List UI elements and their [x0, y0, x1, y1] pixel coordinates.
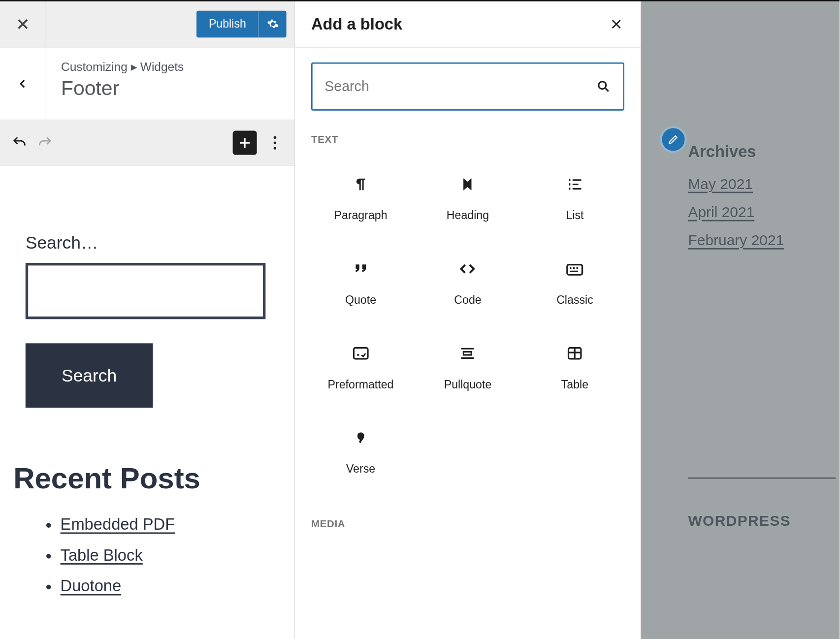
gear-icon	[266, 18, 279, 31]
more-icon	[274, 136, 276, 149]
block-table[interactable]: Table	[521, 327, 628, 404]
block-quote[interactable]: Quote	[307, 243, 414, 319]
search-widget-input[interactable]	[26, 263, 266, 319]
publish-label: Publish	[196, 17, 258, 31]
undo-button[interactable]	[9, 132, 30, 153]
block-verse[interactable]: Verse	[307, 412, 414, 488]
publish-settings-button[interactable]	[258, 11, 286, 37]
close-icon	[15, 17, 30, 32]
search-icon	[596, 79, 611, 94]
block-label: Classic	[556, 294, 593, 307]
preview-dim-overlay	[641, 1, 840, 639]
code-icon	[458, 259, 478, 279]
redo-button	[35, 132, 55, 153]
block-label: Quote	[345, 294, 376, 307]
redo-icon	[37, 134, 53, 151]
block-label: Verse	[346, 463, 375, 476]
add-block-button[interactable]	[233, 130, 257, 155]
recent-post-link[interactable]: Table Block	[61, 546, 143, 564]
block-label: List	[566, 209, 583, 223]
close-customizer-button[interactable]	[0, 1, 46, 47]
svg-rect-2	[354, 348, 368, 359]
breadcrumb-part: Customizing	[61, 61, 128, 74]
block-label: Pullquote	[444, 378, 492, 391]
table-icon	[565, 343, 585, 363]
pencil-icon	[667, 133, 679, 146]
breadcrumb: Customizing ▸ Widgets	[61, 60, 184, 74]
close-icon	[610, 17, 623, 31]
list-icon	[565, 174, 585, 194]
verse-icon	[351, 428, 371, 448]
paragraph-icon	[351, 174, 371, 194]
svg-rect-3	[464, 352, 472, 355]
quote-icon	[351, 259, 371, 279]
block-category-label: MEDIA	[295, 495, 640, 536]
list-item: Duotone	[61, 576, 276, 595]
search-widget-button[interactable]: Search	[26, 343, 153, 408]
block-label: Preformatted	[328, 378, 394, 391]
recent-post-link[interactable]: Embedded PDF	[61, 515, 175, 533]
block-search-input[interactable]	[324, 78, 596, 95]
block-category-label: TEXT	[295, 111, 640, 152]
preformatted-icon	[351, 343, 371, 363]
block-pullquote[interactable]: Pullquote	[414, 327, 521, 404]
svg-rect-1	[567, 265, 582, 275]
inserter-title: Add a block	[311, 15, 402, 33]
block-classic[interactable]: Classic	[521, 243, 628, 319]
more-options-button[interactable]	[265, 130, 285, 155]
block-search-field[interactable]	[311, 63, 624, 111]
edit-widget-shortcut[interactable]	[660, 126, 686, 153]
block-label: Paragraph	[334, 209, 387, 223]
inserter-close-button[interactable]	[608, 16, 624, 32]
recent-post-link[interactable]: Duotone	[61, 576, 122, 595]
block-paragraph[interactable]: Paragraph	[307, 158, 414, 234]
block-preformatted[interactable]: Preformatted	[307, 327, 414, 404]
block-label: Code	[454, 294, 481, 307]
pullquote-icon	[458, 343, 478, 363]
search-widget-label: Search…	[26, 233, 276, 254]
classic-icon	[565, 259, 585, 279]
undo-icon	[11, 134, 28, 151]
block-label: Table	[561, 378, 588, 391]
heading-icon	[458, 174, 478, 194]
list-item: Embedded PDF	[61, 515, 276, 534]
page-title: Footer	[61, 77, 184, 100]
publish-button[interactable]: Publish	[196, 11, 286, 37]
svg-point-0	[599, 82, 606, 89]
breadcrumb-part: Widgets	[140, 61, 184, 74]
chevron-left-icon	[17, 77, 29, 90]
list-item: Table Block	[61, 546, 276, 565]
breadcrumb-separator: ▸	[131, 61, 140, 74]
plus-icon	[237, 135, 252, 150]
block-label: Heading	[447, 209, 489, 223]
block-heading[interactable]: Heading	[414, 158, 521, 234]
breadcrumb-back-button[interactable]	[0, 48, 46, 120]
recent-posts-list: Embedded PDF Table Block Duotone	[26, 515, 276, 595]
block-code[interactable]: Code	[414, 243, 521, 319]
block-list[interactable]: List	[521, 158, 628, 234]
recent-posts-heading: Recent Posts	[13, 461, 276, 495]
